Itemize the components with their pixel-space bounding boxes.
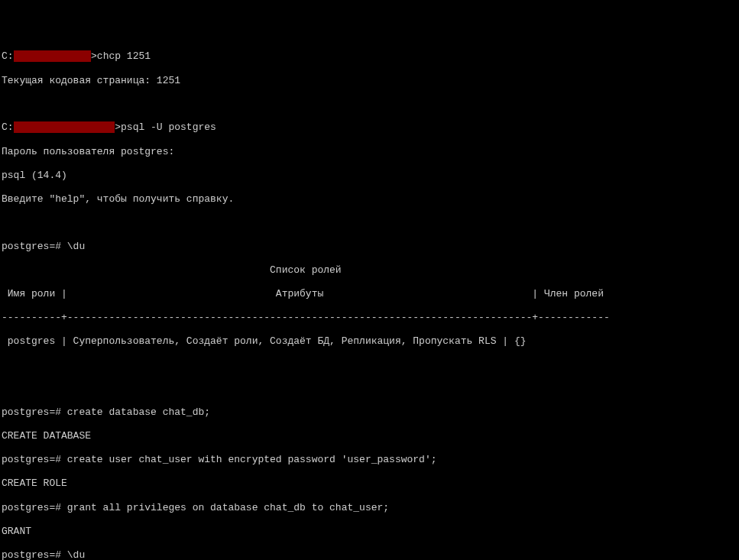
- terminal-output: Пароль пользователя postgres:: [2, 146, 737, 158]
- terminal-line: C: >psql -U postgres: [2, 121, 737, 134]
- command-chcp: >chcp 1251: [91, 50, 151, 62]
- table-header: Имя роли | Атрибуты | Член ролей: [2, 288, 737, 300]
- terminal-output: Текущая кодовая страница: 1251: [2, 75, 737, 87]
- terminal-output: psql (14.4): [2, 170, 737, 182]
- table-row: postgres | Суперпользователь, Создаёт ро…: [2, 335, 737, 348]
- psql-command-du: postgres=# \du: [2, 549, 737, 560]
- terminal-output: CREATE ROLE: [2, 477, 737, 490]
- terminal-blank: [2, 99, 737, 110]
- terminal-blank: [2, 360, 737, 371]
- command-psql: >psql -U postgres: [115, 121, 216, 133]
- table-divider: ----------+-----------------------------…: [2, 312, 737, 324]
- terminal-line: C: >chcp 1251: [2, 50, 737, 63]
- redacted-path: [14, 121, 115, 133]
- redacted-path: [14, 50, 91, 62]
- prompt-drive: C:: [2, 50, 14, 62]
- psql-command-create-user: postgres=# create user chat_user with en…: [2, 454, 737, 466]
- terminal-output: Введите "help", чтобы получить справку.: [2, 193, 737, 206]
- psql-command-du: postgres=# \du: [2, 241, 737, 253]
- psql-command-grant: postgres=# grant all privileges on datab…: [2, 502, 737, 514]
- terminal-blank: [2, 217, 737, 228]
- terminal-output: GRANT: [2, 526, 737, 538]
- terminal-output: CREATE DATABASE: [2, 430, 737, 442]
- terminal-blank: [2, 383, 737, 394]
- psql-command-create-db: postgres=# create database chat_db;: [2, 406, 737, 419]
- prompt-drive: C:: [2, 121, 14, 133]
- table-title: Список ролей: [2, 264, 737, 277]
